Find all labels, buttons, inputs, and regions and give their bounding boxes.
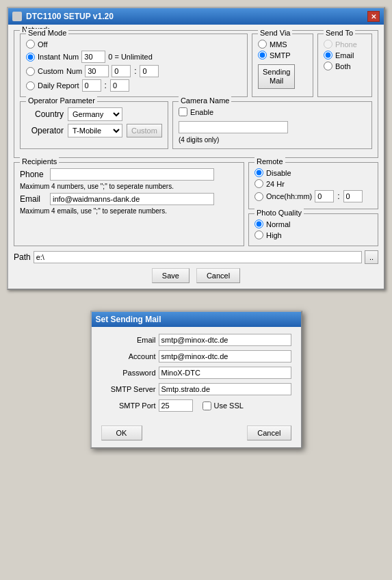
recipients-box: Recipients Phone Maximum 4 numbers, use …: [14, 162, 244, 246]
photo-quality-label: Photo Quality: [254, 209, 304, 217]
remote-time-m[interactable]: [343, 190, 363, 202]
sendto-phone-radio[interactable]: [324, 40, 332, 49]
sendmode-custom-num-label: Num: [66, 67, 82, 75]
unlimited-text: 0 = Unlimited: [108, 53, 153, 61]
country-label: Country: [26, 109, 64, 119]
camera-name-input[interactable]: [179, 121, 288, 133]
dialog-smtp-server-label: SMTP Server: [101, 385, 156, 393]
operator-label: Operator: [26, 126, 64, 135]
close-button[interactable]: ✕: [367, 11, 380, 22]
dialog-ok-button[interactable]: OK: [101, 425, 142, 440]
sendto-email-label: Email: [335, 51, 354, 60]
daily-time-h[interactable]: [82, 79, 101, 92]
custom-time-h[interactable]: [112, 65, 131, 77]
photo-quality-box: Photo Quality Normal High: [248, 213, 378, 246]
camera-digits-note: (4 digits only): [179, 136, 219, 144]
dialog-smtp-port-input[interactable]: [159, 399, 193, 412]
dialog-smtp-port-label: SMTP Port: [101, 401, 156, 410]
email-input[interactable]: [50, 193, 214, 205]
operator-parameter-box: Operator Parameter Country Germany Opera…: [20, 101, 168, 149]
email-label: Email: [20, 194, 47, 204]
sendvia-smtp-label: SMTP: [270, 51, 291, 60]
sendto-both-radio[interactable]: [324, 62, 332, 70]
app-icon: [12, 12, 22, 21]
dialog-email-label: Email: [101, 336, 156, 344]
path-input[interactable]: [34, 251, 362, 263]
dialog-title: Set Sending Mail: [96, 315, 161, 324]
recipients-label: Recipients: [20, 157, 59, 166]
network-group: Network Send Mode Off Instant Num: [14, 30, 378, 158]
dialog-password-input[interactable]: [159, 367, 291, 379]
sendto-phone-label: Phone: [335, 40, 357, 49]
send-via-label: Send Via: [258, 29, 292, 37]
remote-once-label: Once(hh:mm): [266, 192, 312, 200]
sendmode-instant-radio[interactable]: [26, 53, 35, 62]
custom-button[interactable]: Custom: [127, 124, 162, 137]
dialog-title-bar: Set Sending Mail: [92, 312, 301, 327]
sendmode-daily-radio[interactable]: [26, 81, 35, 90]
remote-24hr-radio[interactable]: [254, 179, 263, 188]
quality-normal-radio[interactable]: [254, 220, 263, 228]
sendmode-custom-label: Custom: [38, 67, 64, 75]
send-via-box: Send Via MMS SMTP Sending Mail: [252, 34, 313, 97]
window-title: DTC1100 SETUP v1.20: [26, 12, 114, 21]
quality-high-radio[interactable]: [254, 230, 263, 239]
remote-box: Remote Disable 24 Hr Once(hh:mm): [248, 162, 378, 209]
sendmode-off-label: Off: [38, 40, 47, 49]
send-mode-label: Send Mode: [26, 29, 68, 37]
sendto-email-radio[interactable]: [324, 51, 332, 60]
title-bar: DTC1100 SETUP v1.20 ✕: [8, 8, 384, 25]
daily-time-m[interactable]: [110, 79, 129, 92]
quality-normal-label: Normal: [266, 220, 290, 228]
sendto-both-label: Both: [335, 62, 351, 70]
operator-select[interactable]: T-Mobile: [68, 124, 122, 137]
remote-24hr-label: 24 Hr: [266, 180, 285, 188]
email-sep-note: Maximum 4 emails, use ";" to seperate nu…: [20, 207, 238, 215]
path-browse-button[interactable]: ..: [365, 250, 378, 264]
custom-time-m[interactable]: [140, 65, 159, 77]
dialog-account-input[interactable]: [159, 350, 291, 362]
sendvia-mms-label: MMS: [270, 40, 287, 49]
camera-name-enable-label: Enable: [190, 108, 213, 116]
sendvia-mms-radio[interactable]: [258, 40, 267, 49]
dialog-account-label: Account: [101, 352, 156, 360]
camera-name-enable-checkbox[interactable]: [179, 107, 187, 116]
use-ssl-label: Use SSL: [214, 401, 244, 410]
sendmode-daily-label: Daily Report: [38, 81, 79, 90]
instant-num-input[interactable]: [81, 51, 105, 63]
quality-high-label: High: [266, 231, 282, 239]
save-button[interactable]: Save: [152, 268, 190, 283]
camera-name-label: Camera Name: [179, 96, 232, 105]
phone-label: Phone: [20, 170, 47, 179]
remote-disable-radio[interactable]: [254, 168, 263, 177]
sendmode-off-radio[interactable]: [26, 40, 35, 49]
main-window: DTC1100 SETUP v1.20 ✕ Network Send Mode …: [7, 7, 385, 290]
sendmode-num-label: Num: [63, 53, 79, 61]
phone-sep-note: Maximum 4 numbers, use ";" to seperate n…: [20, 183, 238, 190]
dialog-smtp-server-input[interactable]: [159, 383, 291, 395]
path-label: Path: [14, 252, 31, 262]
path-row: Path ..: [14, 250, 378, 264]
dialog-email-input[interactable]: [159, 334, 291, 346]
sendmode-custom-radio[interactable]: [26, 67, 35, 76]
sending-mail-button[interactable]: Sending Mail: [258, 64, 295, 89]
camera-name-box: Camera Name Enable (4 digits only): [172, 101, 372, 149]
remote-once-radio[interactable]: [254, 192, 263, 201]
send-to-box: Send To Phone Email Both: [317, 34, 372, 97]
operator-parameter-label: Operator Parameter: [26, 96, 97, 105]
country-select[interactable]: Germany: [68, 107, 122, 121]
dialog-password-label: Password: [101, 369, 156, 377]
footer-buttons: Save Cancel: [14, 268, 378, 283]
use-ssl-checkbox[interactable]: [202, 401, 211, 410]
remote-disable-label: Disable: [266, 169, 291, 177]
custom-num-input[interactable]: [85, 65, 109, 77]
phone-input[interactable]: [50, 168, 214, 181]
cancel-button[interactable]: Cancel: [196, 268, 240, 283]
send-mode-box: Send Mode Off Instant Num 0 = Unlimited: [20, 34, 248, 97]
sendvia-smtp-radio[interactable]: [258, 51, 267, 60]
dialog-cancel-button[interactable]: Cancel: [247, 425, 291, 440]
sendmode-instant-label: Instant: [38, 53, 60, 61]
remote-time-h[interactable]: [315, 190, 334, 202]
send-to-label: Send To: [324, 29, 355, 37]
remote-label: Remote: [254, 157, 285, 166]
